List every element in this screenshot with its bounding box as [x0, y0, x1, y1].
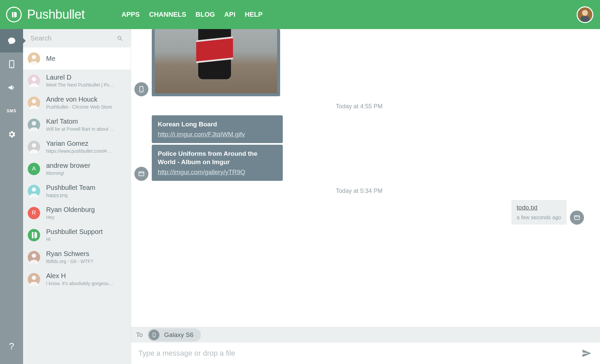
svg-point-17 [28, 229, 40, 241]
svg-point-16 [32, 187, 36, 192]
svg-point-19 [32, 253, 36, 258]
search-icon[interactable] [117, 35, 123, 42]
account-avatar[interactable] [577, 6, 593, 23]
conversation-name: Alex H [46, 272, 113, 279]
avatar [28, 119, 40, 131]
file-bubble[interactable]: todo.txt a few seconds ago [511, 200, 567, 225]
conversation-text: Me [46, 55, 55, 62]
send-button[interactable] [581, 347, 593, 359]
link-title: Korean Long Board [158, 120, 277, 129]
to-label: To [136, 331, 143, 339]
svg-point-29 [154, 336, 154, 337]
conversation-item[interactable]: Laurel DMeet The Next Pushbullet | Pu… [23, 70, 131, 92]
search-bar [23, 29, 131, 47]
brand-name: Pushbullet [27, 7, 85, 22]
conversation-preview: https://www.pushbullet.com/#… [46, 148, 111, 154]
conversation-text: Pushbullet SupportHi [46, 228, 103, 242]
to-line: To Galaxy S6 [131, 327, 600, 343]
rail-help[interactable]: ? [0, 335, 23, 358]
avatar [28, 52, 40, 65]
svg-point-10 [32, 99, 36, 103]
rail-settings[interactable] [0, 123, 23, 146]
rail-messages[interactable] [0, 29, 23, 52]
conversation-name: Me [46, 55, 55, 62]
conversation-item[interactable]: RRyan OldenburgHey [23, 202, 131, 224]
message-links: Korean Long Board http://i.imgur.com/FJt… [134, 115, 584, 181]
conversation-item[interactable]: Pushbullet SupportHi [23, 224, 131, 246]
top-bar: Pushbullet APPS CHANNELS BLOG API HELP [0, 0, 600, 29]
link-bubble[interactable]: Korean Long Board http://i.imgur.com/FJt… [152, 115, 283, 143]
conversation-preview: Pushbullet - Chrome Web Store [46, 104, 112, 110]
chat-bubble-icon [7, 36, 16, 45]
avatar [28, 229, 40, 241]
message-input[interactable] [138, 349, 575, 358]
avatar [28, 97, 40, 109]
nav-help[interactable]: HELP [245, 11, 262, 18]
nav-channels[interactable]: CHANNELS [149, 11, 186, 18]
conversation-name: Yarian Gomez [46, 140, 111, 147]
avatar [28, 273, 40, 285]
image-bubble[interactable] [152, 29, 280, 96]
svg-point-12 [32, 121, 36, 125]
source-badge-browser [134, 167, 148, 181]
svg-point-14 [32, 143, 36, 147]
conversation-item[interactable]: Yarian Gomezhttps://www.pushbullet.com/#… [23, 136, 131, 158]
link-bubble[interactable]: Police Uniforms from Around the World - … [152, 145, 283, 181]
search-input[interactable] [30, 34, 117, 42]
browser-icon [138, 170, 145, 177]
conversation-name: Pushbullet Team [46, 184, 96, 191]
conversation-preview: Hi [46, 237, 103, 242]
message-outgoing: todo.txt a few seconds ago [134, 200, 584, 225]
svg-point-4 [11, 67, 12, 67]
link-url[interactable]: http://i.imgur.com/FJtqIWM.gifv [158, 131, 277, 138]
conversation-item[interactable]: Andre von HouckPushbullet - Chrome Web S… [23, 92, 131, 114]
browser-icon [574, 214, 580, 221]
conversation-item[interactable]: Me [23, 47, 131, 70]
conversation-item[interactable]: Karl TatomWill be at Powell Bart in abou… [23, 114, 131, 136]
conversation-preview: Will be at Powell Bart in about … [46, 126, 114, 132]
source-badge-phone [134, 82, 148, 96]
avatar [28, 141, 40, 153]
rail-devices[interactable] [0, 52, 23, 76]
conversation-item[interactable]: Pushbullet Teamhappy.png [23, 180, 131, 202]
conversation-item[interactable]: Alex HI know. It's absolutely gorgeou… [23, 268, 131, 290]
message-scroll[interactable]: Today at 4:55 PM Korean Long Board http:… [131, 29, 600, 327]
avatar [28, 75, 40, 87]
conversation-text: Laurel DMeet The Next Pushbullet | Pu… [46, 74, 114, 88]
conversation-item[interactable]: Ryan Schwersliblfds.org - Git - WTF? [23, 246, 131, 268]
avatar: A [28, 163, 40, 175]
conversation-text: andrew browerMorning! [46, 162, 90, 176]
recipient-chip[interactable]: Galaxy S6 [147, 328, 201, 342]
conversation-text: Ryan OldenburgHey [46, 206, 95, 220]
nav-apps[interactable]: APPS [121, 11, 139, 18]
svg-point-8 [32, 77, 36, 81]
rail-sms[interactable]: SMS [0, 99, 23, 123]
phone-icon [7, 60, 16, 69]
phone-icon [149, 330, 159, 340]
svg-rect-26 [575, 216, 580, 220]
chip-label: Galaxy S6 [164, 331, 194, 339]
nav-api[interactable]: API [224, 11, 235, 18]
compose-row [131, 343, 600, 364]
nav-blog[interactable]: BLOG [196, 11, 215, 18]
source-badge-browser [570, 211, 584, 225]
conversation-preview: liblfds.org - Git - WTF? [46, 259, 93, 264]
conversation-preview: I know. It's absolutely gorgeou… [46, 281, 113, 286]
conversation-item[interactable]: Aandrew browerMorning! [23, 158, 131, 180]
conversation-text: Karl TatomWill be at Powell Bart in abou… [46, 118, 114, 132]
image-preview [155, 29, 277, 93]
file-name[interactable]: todo.txt [517, 204, 561, 211]
conversation-text: Alex HI know. It's absolutely gorgeou… [46, 272, 113, 286]
chat-panel: Today at 4:55 PM Korean Long Board http:… [131, 29, 600, 364]
link-url[interactable]: http://imgur.com/gallery/yTR9Q [158, 168, 277, 176]
timestamp: Today at 5:34 PM [134, 188, 584, 195]
conversation-text: Ryan Schwersliblfds.org - Git - WTF? [46, 250, 93, 264]
conversation-sidebar: MeLaurel DMeet The Next Pushbullet | Pu…… [23, 29, 131, 364]
rail-channels[interactable] [0, 76, 23, 99]
send-icon [582, 348, 592, 358]
link-title: Police Uniforms from Around the World - … [158, 149, 277, 166]
composer: To Galaxy S6 [131, 327, 600, 364]
top-nav: APPS CHANNELS BLOG API HELP [121, 11, 262, 18]
avatar [28, 185, 40, 197]
sms-label: SMS [7, 109, 16, 113]
